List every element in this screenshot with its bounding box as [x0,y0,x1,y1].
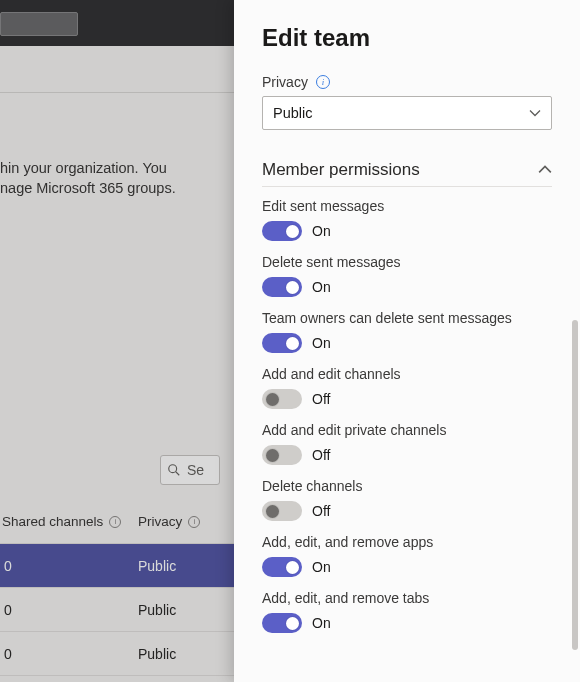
toggle-state-label: On [312,559,331,575]
permission-label: Delete channels [262,477,552,495]
permission-item: Delete channelsOff [262,477,552,521]
permission-item: Add, edit, and remove appsOn [262,533,552,577]
toggle-state-label: Off [312,447,330,463]
toggle-knob [286,281,299,294]
permission-label: Delete sent messages [262,253,552,271]
toggle-knob [266,393,279,406]
toggle-state-label: On [312,223,331,239]
permission-label: Add, edit, and remove apps [262,533,552,551]
toggle-switch[interactable] [262,221,302,241]
toggle-knob [286,617,299,630]
toggle-switch[interactable] [262,333,302,353]
chevron-down-icon [529,107,541,119]
permission-item: Edit sent messagesOn [262,197,552,241]
toggle-switch[interactable] [262,389,302,409]
permission-toggle-row: On [262,277,552,297]
permission-toggle-row: On [262,333,552,353]
info-icon[interactable]: i [316,75,330,89]
privacy-select-value: Public [273,105,313,121]
permission-label: Edit sent messages [262,197,552,215]
toggle-switch[interactable] [262,613,302,633]
toggle-knob [286,225,299,238]
permission-toggle-row: Off [262,501,552,521]
permission-label: Team owners can delete sent messages [262,309,552,327]
toggle-switch[interactable] [262,501,302,521]
permission-item: Add, edit, and remove tabsOn [262,589,552,633]
toggle-state-label: On [312,335,331,351]
permission-label: Add and edit private channels [262,421,552,439]
permission-item: Delete sent messagesOn [262,253,552,297]
toggle-state-label: Off [312,503,330,519]
edit-team-panel: Edit team Privacy i Public Member permis… [234,0,580,682]
chevron-up-icon [538,163,552,177]
toggle-switch[interactable] [262,277,302,297]
member-permissions-title: Member permissions [262,160,420,180]
toggle-switch[interactable] [262,557,302,577]
permission-label: Add and edit channels [262,365,552,383]
toggle-knob [286,561,299,574]
permission-item: Team owners can delete sent messagesOn [262,309,552,353]
permissions-list: Edit sent messagesOnDelete sent messages… [262,197,552,633]
toggle-state-label: On [312,615,331,631]
toggle-state-label: Off [312,391,330,407]
permission-item: Add and edit private channelsOff [262,421,552,465]
permission-toggle-row: On [262,221,552,241]
permission-toggle-row: Off [262,445,552,465]
permission-item: Add and edit channelsOff [262,365,552,409]
privacy-label: Privacy [262,74,308,90]
panel-title: Edit team [262,24,552,52]
scrollbar-thumb[interactable] [572,320,578,650]
member-permissions-header[interactable]: Member permissions [262,160,552,187]
toggle-knob [286,337,299,350]
permission-toggle-row: Off [262,389,552,409]
toggle-switch[interactable] [262,445,302,465]
toggle-knob [266,449,279,462]
permission-toggle-row: On [262,613,552,633]
privacy-select[interactable]: Public [262,96,552,130]
toggle-state-label: On [312,279,331,295]
privacy-field-label-row: Privacy i [262,74,552,90]
permission-toggle-row: On [262,557,552,577]
toggle-knob [266,505,279,518]
permission-label: Add, edit, and remove tabs [262,589,552,607]
